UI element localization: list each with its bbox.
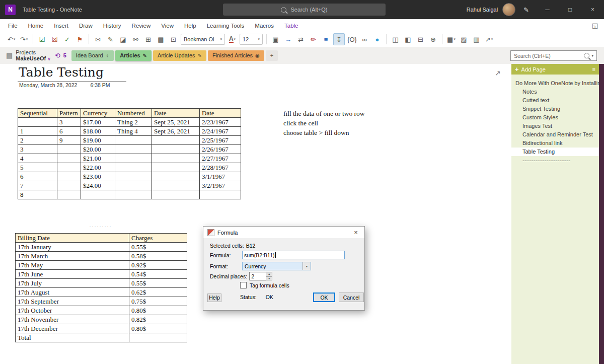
page-sort-icon[interactable]: ≡ (592, 66, 595, 72)
new-page-icon[interactable]: ▤ (156, 34, 166, 45)
insert-link-icon[interactable]: ⚯ (130, 34, 141, 45)
note-text[interactable]: fill the data of one or two rowclick the… (283, 109, 365, 137)
table-cell[interactable]: 17th November (16, 315, 129, 324)
tag-formula-checkbox[interactable] (240, 282, 247, 288)
table-cell[interactable]: 3 (18, 145, 57, 154)
table-cell[interactable]: $18.00 (81, 127, 115, 136)
record-icon[interactable]: ● (372, 34, 383, 45)
format-painter-icon[interactable]: ✎ (105, 34, 116, 45)
menu-item-learning-tools[interactable]: Learning Tools (207, 23, 245, 29)
table-cell[interactable]: 17th January (16, 243, 129, 252)
column-header-cell[interactable]: Sequential (18, 109, 57, 118)
table-cell[interactable] (152, 181, 200, 190)
table-cell[interactable] (152, 172, 200, 181)
format-select[interactable]: Currency ▾ (242, 262, 311, 270)
table-cell[interactable]: 17th October (16, 306, 129, 315)
full-page-view-icon[interactable]: ◱ (592, 19, 598, 32)
column-header-cell[interactable]: Date (200, 109, 241, 118)
todo-tag-icon[interactable]: ☑ (37, 34, 47, 45)
table-cell[interactable]: 0.80$ (129, 306, 187, 315)
page-item[interactable]: Cutted text (511, 96, 599, 105)
maximize-button[interactable]: □ (559, 0, 581, 19)
page-item[interactable]: Bidirectional link (511, 139, 599, 148)
table-cell[interactable]: 17th July (16, 279, 129, 288)
table-cell[interactable]: 6 (57, 127, 81, 136)
pin-icon[interactable]: ⊕ (428, 34, 438, 45)
remove-tag-icon[interactable]: ☒ (49, 34, 60, 45)
table-cell[interactable]: 7 (18, 181, 57, 190)
table-cell[interactable] (115, 172, 152, 181)
eraser-icon[interactable]: ◪ (118, 34, 128, 45)
menu-item-view[interactable]: View (161, 23, 174, 29)
table-cell[interactable] (57, 181, 81, 190)
menu-item-help[interactable]: Help (184, 23, 196, 29)
paste-icon[interactable]: ▣ (270, 34, 281, 45)
table-cell[interactable] (81, 190, 115, 199)
column-header-cell[interactable]: Pattern (57, 109, 81, 118)
user-name[interactable]: Rahul Saigal (467, 7, 498, 13)
check-tag-icon[interactable]: ✓ (62, 34, 72, 45)
table-cell[interactable] (152, 163, 200, 172)
table-cell[interactable] (57, 154, 81, 163)
table-cell[interactable]: $24.00 (81, 181, 115, 190)
table-cell[interactable]: 0.82$ (129, 315, 187, 324)
page-item[interactable]: Calendar and Reminder Test (511, 130, 599, 139)
table-cell[interactable]: 17th June (16, 270, 129, 279)
table-cell[interactable]: 0.62$ (129, 288, 187, 297)
table-cell[interactable] (115, 145, 152, 154)
cancel-button[interactable]: Cancel (339, 293, 364, 302)
menu-item-review[interactable]: Review (132, 23, 151, 29)
table-cell[interactable]: 17th August (16, 288, 129, 297)
page-item[interactable]: Notes (511, 88, 599, 96)
menu-item-home[interactable]: Home (28, 23, 44, 29)
table-cell[interactable]: 0.75$ (129, 297, 187, 306)
table-cell[interactable]: 6 (18, 172, 57, 181)
table-cell[interactable] (200, 190, 241, 199)
table-cell[interactable]: 0.54$ (129, 270, 187, 279)
arrow-icon[interactable]: → (283, 34, 293, 45)
table-cell[interactable]: 0.92$ (129, 261, 187, 270)
avatar[interactable] (502, 3, 515, 16)
table-cell[interactable] (57, 145, 81, 154)
section-tab-articles[interactable]: Articles✎ (115, 50, 152, 61)
page-item[interactable]: Snippet Testing (511, 105, 599, 113)
section-tab-idea-board[interactable]: Idea Board♀ (71, 50, 114, 61)
table-cell[interactable] (152, 145, 200, 154)
table-cell[interactable]: $19.00 (81, 136, 115, 145)
insert-row-icon[interactable]: ⊟ (415, 34, 426, 45)
chevron-down-icon[interactable]: ▾ (303, 262, 311, 270)
highlighter-icon[interactable]: ✏ (308, 34, 319, 45)
section-tab-article-updates[interactable]: Article Updates✎ (153, 50, 206, 61)
spin-up-icon[interactable]: ▲ (266, 272, 272, 276)
table-cell[interactable] (57, 172, 81, 181)
font-color-icon[interactable]: A▾ (227, 34, 238, 45)
flag-tag-icon[interactable]: ⚑ (74, 34, 85, 45)
ok-button[interactable]: OK (313, 293, 335, 302)
table-cell[interactable]: $23.00 (81, 172, 115, 181)
table-cell[interactable]: 2/25/1967 (200, 136, 241, 145)
table-cell[interactable]: $20.00 (81, 145, 115, 154)
table-cell[interactable] (115, 154, 152, 163)
table-cell[interactable]: 0.55$ (129, 279, 187, 288)
table-cell[interactable]: 9 (57, 136, 81, 145)
table-cell[interactable] (152, 190, 200, 199)
dialog-titlebar[interactable]: Formula × (203, 227, 364, 238)
insert-column-left-icon[interactable]: ◫ (390, 34, 401, 45)
page-item[interactable]: Images Test (511, 122, 599, 130)
page-item-active[interactable]: Table Testing (511, 148, 599, 156)
close-icon[interactable]: × (347, 227, 364, 238)
pen-icon[interactable]: ✎ (523, 6, 529, 14)
table-cell[interactable]: 0.58$ (129, 252, 187, 261)
table-cell[interactable]: Thing 4 (115, 127, 152, 136)
minimize-button[interactable]: ─ (536, 0, 559, 19)
email-page-icon[interactable]: ✉ (93, 34, 103, 45)
table-cell[interactable]: 2/28/1967 (200, 163, 241, 172)
table-cell[interactable] (152, 136, 200, 145)
table-cell[interactable]: 17th September (16, 297, 129, 306)
sync-icon[interactable]: ⟲ (55, 52, 60, 59)
add-page-button[interactable]: + Add Page ≡ (511, 64, 599, 75)
page-canvas[interactable]: Table Testing Monday, March 28, 2022 6:3… (0, 64, 511, 364)
table-cell[interactable]: 17th May (16, 261, 129, 270)
section-search-box[interactable]: Search (Ctrl+E) ▾ (510, 50, 597, 61)
table-cell[interactable]: Sept 26, 2021 (152, 127, 200, 136)
